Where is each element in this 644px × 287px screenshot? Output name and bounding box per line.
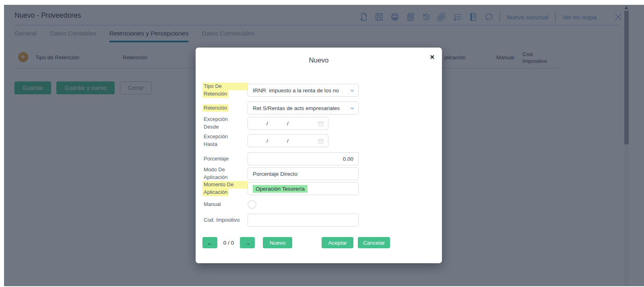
cancelar-button[interactable]: Cancelar <box>358 237 390 248</box>
next-record-button[interactable]: → <box>240 237 255 248</box>
field-row-tipo-retencion: Tipo De Retención IRNR impuesto a la ren… <box>202 84 435 97</box>
date-separator: / <box>287 138 289 144</box>
label-line: Porcentaje <box>202 155 230 163</box>
input-value: Operación Tesorería <box>253 185 308 193</box>
modo-aplicacion-input[interactable]: Porcentaje Directo <box>248 167 359 180</box>
label-line: Momento De <box>202 181 248 189</box>
field-label: Excepción Hasta <box>202 133 248 148</box>
record-counter: 0 / 0 <box>217 240 240 246</box>
label-line: Manual <box>202 201 222 208</box>
prev-record-button[interactable]: ← <box>202 237 217 248</box>
field-row-porcentaje: Porcentaje 0.00 <box>202 152 435 165</box>
modal-footer: ← 0 / 0 → Nuevo Aceptar Cancelar <box>202 237 390 248</box>
excepcion-hasta-date-input[interactable]: / / <box>248 134 328 147</box>
selected-value: IRNR impuesto a la renta de los no <box>253 87 339 94</box>
momento-aplicacion-input[interactable]: Operación Tesorería <box>248 182 359 195</box>
field-row-excepcion-hasta: Excepción Hasta / / <box>202 134 435 147</box>
label-line: Desde <box>202 123 220 131</box>
field-row-modo-aplicacion: Modo De Aplicación Porcentaje Directo <box>202 167 435 180</box>
field-label: Manual <box>202 201 248 208</box>
date-separator: / <box>266 121 268 127</box>
field-label: Cod. Impositivo <box>202 216 248 224</box>
cod-impositivo-input[interactable] <box>248 214 359 227</box>
label-line: Excepción <box>202 133 248 141</box>
modal-title: Nuevo <box>196 56 442 64</box>
input-value: 0.00 <box>343 156 353 162</box>
label-line: Tipo De <box>202 83 248 90</box>
modal-close-icon[interactable]: ✕ <box>429 54 435 61</box>
chevron-down-icon <box>349 88 355 94</box>
field-label: Excepción Desde <box>202 116 248 131</box>
excepcion-desde-date-input[interactable]: / / <box>248 117 328 130</box>
label-line: Aplicación <box>202 174 229 181</box>
nuevo-retencion-modal: Nuevo ✕ Tipo De Retención IRNR impuesto … <box>196 48 442 263</box>
field-row-excepcion-desde: Excepción Desde / / <box>202 117 435 130</box>
label-line: Hasta <box>202 141 219 148</box>
tipo-retencion-select[interactable]: IRNR impuesto a la renta de los no <box>248 84 359 97</box>
field-row-momento-aplicacion: Momento De Aplicación Operación Tesorerí… <box>202 182 435 195</box>
label-line: Excepción <box>202 116 248 123</box>
selected-value: Ret S/Rentas de acts empresariales <box>253 105 340 111</box>
field-label: Modo De Aplicación <box>202 166 248 181</box>
field-label: Porcentaje <box>202 155 248 163</box>
date-separator: / <box>266 138 268 144</box>
field-row-cod-impositivo: Cod. Impositivo <box>202 214 435 227</box>
field-row-manual: Manual <box>202 199 435 210</box>
label-line: Aplicación <box>202 189 229 196</box>
calendar-icon[interactable] <box>318 121 324 128</box>
field-label: Retención <box>202 104 248 112</box>
date-separator: / <box>287 121 289 127</box>
field-row-retencion: Retención Ret S/Rentas de acts empresari… <box>202 102 435 114</box>
label-line: Retención <box>202 90 229 98</box>
label-line: Cod. Impositivo <box>202 216 241 224</box>
input-value: Porcentaje Directo <box>253 171 297 177</box>
chevron-down-icon <box>349 106 355 111</box>
porcentaje-input[interactable]: 0.00 <box>248 152 359 165</box>
label-line: Modo De <box>202 166 248 174</box>
manual-radio[interactable] <box>248 200 256 209</box>
nuevo-button[interactable]: Nuevo <box>263 237 292 248</box>
field-label: Tipo De Retención <box>202 83 248 98</box>
aceptar-button[interactable]: Aceptar <box>322 237 353 248</box>
field-label: Momento De Aplicación <box>202 181 248 196</box>
retencion-select[interactable]: Ret S/Rentas de acts empresariales <box>248 102 359 114</box>
label-line: Retención <box>202 104 229 112</box>
calendar-icon[interactable] <box>318 138 324 146</box>
